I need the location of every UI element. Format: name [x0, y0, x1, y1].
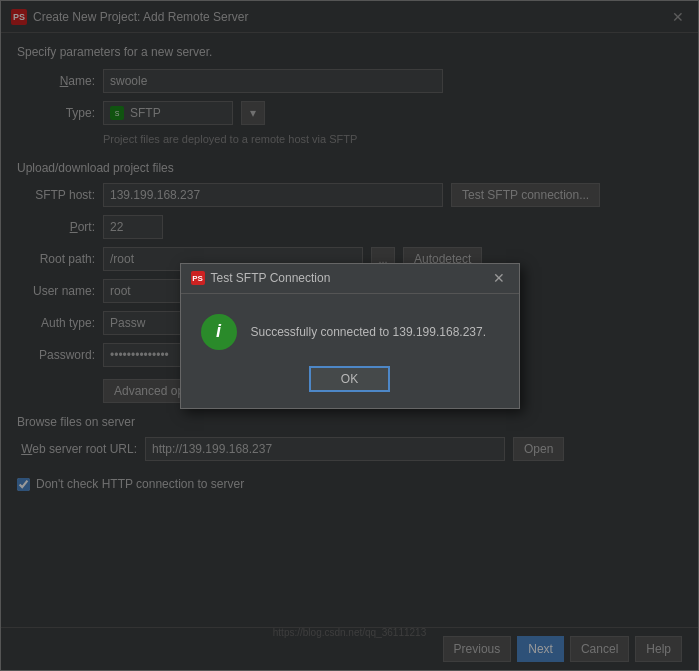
modal-ok-button[interactable]: OK [309, 366, 390, 392]
modal-footer: OK [181, 366, 519, 408]
modal-app-icon: PS [191, 271, 205, 285]
main-window: PS Create New Project: Add Remote Server… [0, 0, 699, 671]
modal-message: Successfully connected to 139.199.168.23… [251, 325, 499, 339]
modal-title-bar: PS Test SFTP Connection ✕ [181, 264, 519, 294]
modal-content-row: Successfully connected to 139.199.168.23… [201, 314, 499, 350]
test-sftp-modal: PS Test SFTP Connection ✕ Successfully c… [180, 263, 520, 409]
modal-title: Test SFTP Connection [211, 271, 331, 285]
modal-body: Successfully connected to 139.199.168.23… [181, 294, 519, 366]
modal-title-left: PS Test SFTP Connection [191, 271, 331, 285]
modal-overlay: PS Test SFTP Connection ✕ Successfully c… [1, 1, 698, 670]
success-icon [201, 314, 237, 350]
modal-close-button[interactable]: ✕ [489, 268, 509, 288]
